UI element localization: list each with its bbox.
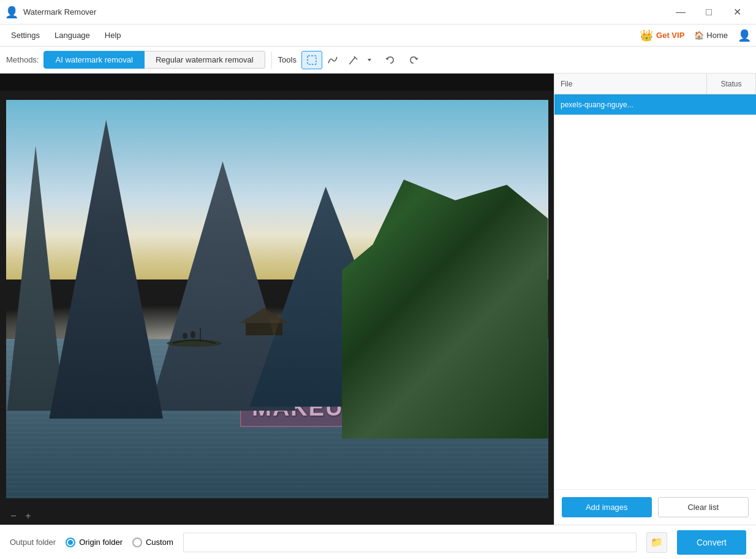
landscape-image: MAKEUSEOF (6, 100, 548, 498)
crown-icon: 👑 (640, 29, 653, 42)
toolbar-separator (271, 51, 272, 69)
add-images-button[interactable]: Add images (562, 497, 652, 517)
zoom-in-button[interactable]: + (21, 509, 36, 523)
brush-tool-button[interactable] (343, 51, 364, 69)
menu-right: 👑 Get VIP 🏠 Home 👤 (640, 29, 751, 42)
main-content: MAKEUSEOF − + File Status pexels-quang-n… (0, 74, 756, 525)
window-controls: — □ ✕ (667, 3, 751, 21)
titlebar: 👤 Watermark Remover — □ ✕ (0, 0, 756, 25)
menubar: Settings Language Help 👑 Get VIP 🏠 Home … (0, 25, 756, 47)
home-icon: 🏠 (694, 31, 704, 40)
user-icon: 👤 (738, 29, 751, 42)
boat-figure (157, 319, 231, 351)
svg-point-3 (191, 331, 195, 338)
right-panel: File Status pexels-quang-nguye... Add im… (554, 74, 756, 525)
col-header-file: File (554, 74, 707, 94)
file-row[interactable]: pexels-quang-nguye... (554, 94, 756, 115)
svg-point-2 (183, 333, 187, 339)
convert-button[interactable]: Convert (677, 530, 746, 555)
redo-button[interactable] (403, 51, 424, 69)
close-button[interactable]: ✕ (723, 3, 751, 21)
clear-list-button[interactable]: Clear list (658, 497, 749, 517)
output-bar: Output folder Origin folder Custom 📁 Con… (0, 525, 756, 559)
svg-rect-6 (246, 323, 282, 335)
origin-folder-label: Origin folder (79, 538, 123, 547)
user-button[interactable]: 👤 (738, 29, 751, 42)
panel-actions: Add images Clear list (554, 489, 756, 525)
folder-icon: 📁 (651, 536, 663, 548)
title-left: 👤 Watermark Remover (5, 6, 96, 19)
vip-button[interactable]: 👑 Get VIP (640, 29, 684, 42)
app-title: Watermark Remover (23, 7, 96, 17)
canvas-top-bar (0, 74, 554, 91)
home-button[interactable]: 🏠 Home (694, 31, 728, 40)
hut-structure (233, 305, 295, 343)
col-header-status: Status (707, 74, 756, 94)
app-icon: 👤 (5, 6, 18, 19)
menu-help[interactable]: Help (99, 28, 127, 42)
file-list: pexels-quang-nguye... (554, 94, 756, 489)
regular-watermark-button[interactable]: Regular watermark removal (145, 51, 265, 69)
curve-tool-button[interactable] (322, 51, 343, 69)
svg-rect-0 (308, 56, 316, 64)
file-name: pexels-quang-nguye... (554, 101, 707, 109)
canvas-bottom-bar: − + (0, 508, 554, 525)
undo-button[interactable] (380, 51, 401, 69)
canvas-area: MAKEUSEOF − + (0, 74, 554, 525)
trees-right (342, 180, 548, 439)
svg-marker-5 (240, 308, 289, 323)
menu-language[interactable]: Language (48, 28, 96, 42)
methods-label: Methods: (6, 55, 39, 64)
zoom-out-button[interactable]: − (6, 509, 21, 523)
ai-watermark-button[interactable]: AI watermark removal (43, 51, 144, 69)
origin-folder-radio[interactable] (66, 538, 75, 547)
menu-settings[interactable]: Settings (5, 28, 46, 42)
custom-folder-radio[interactable] (132, 538, 142, 547)
brush-dropdown-button[interactable] (364, 51, 375, 69)
custom-folder-option[interactable]: Custom (132, 538, 173, 547)
custom-folder-label: Custom (146, 538, 173, 547)
toolbar: Methods: AI watermark removal Regular wa… (0, 47, 756, 74)
selection-tool-button[interactable] (301, 51, 322, 69)
output-label: Output folder (10, 538, 56, 547)
origin-folder-option[interactable]: Origin folder (66, 538, 123, 547)
file-list-header: File Status (554, 74, 756, 94)
browse-folder-button[interactable]: 📁 (646, 532, 667, 553)
undo-redo-group (380, 51, 424, 69)
image-container[interactable]: MAKEUSEOF (0, 91, 554, 508)
minimize-button[interactable]: — (667, 3, 695, 21)
vip-label: Get VIP (656, 31, 684, 40)
menu-left: Settings Language Help (5, 28, 127, 42)
home-label: Home (706, 31, 728, 40)
tools-label: Tools (278, 55, 297, 64)
maximize-button[interactable]: □ (695, 3, 723, 21)
output-path-input[interactable] (183, 533, 637, 552)
